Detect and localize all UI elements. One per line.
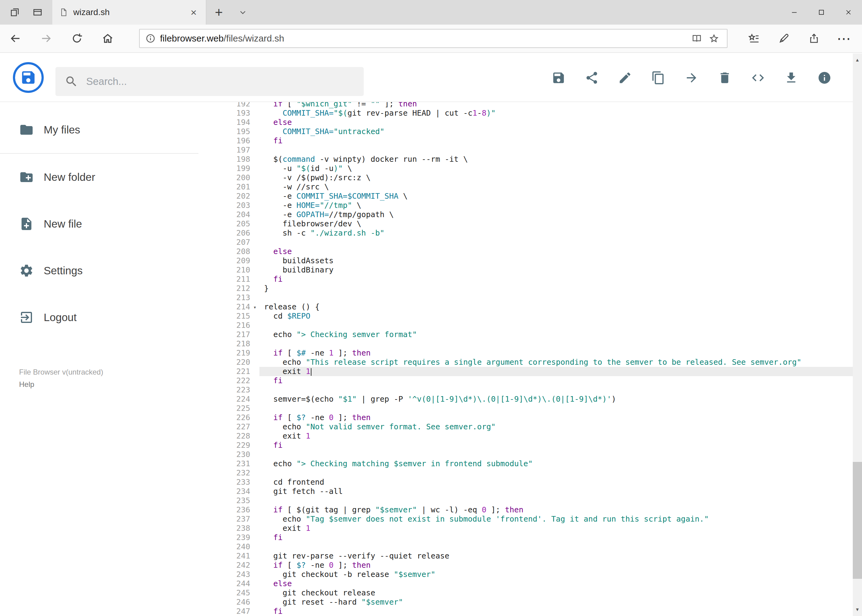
code-line[interactable]: 223 bbox=[221, 385, 853, 394]
minimize-button[interactable] bbox=[781, 0, 808, 25]
sidebar-item-new-folder[interactable]: New folder bbox=[0, 154, 216, 201]
code-line[interactable]: 243 git checkout -b release "$semver" bbox=[221, 570, 853, 579]
code-line[interactable]: 227 echo "Not valid semver format. See s… bbox=[221, 422, 853, 432]
download-button[interactable] bbox=[775, 53, 808, 102]
code-line[interactable]: 198 $(command -v winpty) docker run --rm… bbox=[221, 155, 853, 164]
code-line[interactable]: 201 -w //src \ bbox=[221, 182, 853, 192]
code-line[interactable]: 217 echo "> Checking semver format" bbox=[221, 330, 853, 339]
maximize-button[interactable] bbox=[808, 0, 835, 25]
code-line[interactable]: 236 if [ $(git tag | grep "$semver" | wc… bbox=[221, 505, 853, 514]
code-line[interactable]: 193 COMMIT_SHA="$(git rev-parse HEAD | c… bbox=[221, 108, 853, 118]
code-line[interactable]: 235 bbox=[221, 496, 853, 505]
code-line[interactable]: 232 bbox=[221, 468, 853, 478]
code-line[interactable]: 225 bbox=[221, 404, 853, 413]
set-tabs-aside-icon[interactable] bbox=[9, 7, 20, 18]
forward-button[interactable] bbox=[31, 25, 61, 52]
sidebar-item-settings[interactable]: Settings bbox=[0, 247, 216, 294]
code-line[interactable]: 203 -e HOME="//tmp" \ bbox=[221, 201, 853, 210]
rename-button[interactable] bbox=[608, 53, 641, 102]
fold-marker-icon[interactable]: ▾ bbox=[250, 302, 259, 311]
reading-view-icon[interactable] bbox=[688, 30, 705, 47]
search-box[interactable] bbox=[55, 67, 364, 96]
code-line[interactable]: 210 buildBinary bbox=[221, 266, 853, 275]
browser-tab[interactable]: wizard.sh × bbox=[52, 0, 206, 25]
tab-list-chevron-icon[interactable] bbox=[232, 0, 254, 25]
code-line[interactable]: 208 else bbox=[221, 247, 853, 256]
code-line[interactable]: 195 COMMIT_SHA="untracked" bbox=[221, 127, 853, 136]
code-line[interactable]: 206 sh -c "./wizard.sh -b" bbox=[221, 228, 853, 238]
code-line[interactable]: 207 bbox=[221, 238, 853, 247]
raw-code-button[interactable] bbox=[741, 53, 775, 102]
delete-button[interactable] bbox=[708, 53, 741, 102]
code-line[interactable]: 244 else bbox=[221, 579, 853, 588]
scrollbar-track[interactable]: ▲ ▼ bbox=[853, 53, 862, 616]
code-line[interactable]: 240 bbox=[221, 542, 853, 552]
move-button[interactable] bbox=[675, 53, 708, 102]
code-line[interactable]: 194 else bbox=[221, 118, 853, 127]
add-favorite-star-icon[interactable] bbox=[705, 30, 723, 47]
sidebar-item-new-file[interactable]: New file bbox=[0, 201, 216, 247]
code-line[interactable]: 214▾release () { bbox=[221, 302, 853, 311]
code-line[interactable]: 218 bbox=[221, 339, 853, 349]
code-line[interactable]: 192 if [ "$which_git" != "" ]; then bbox=[221, 102, 853, 108]
code-line[interactable]: 224 semver=$(echo "$1" | grep -P '^v(0|[… bbox=[221, 394, 853, 404]
sidebar-item-logout[interactable]: Logout bbox=[0, 294, 216, 341]
scroll-up-button[interactable]: ▲ bbox=[853, 53, 862, 66]
site-info-icon[interactable] bbox=[145, 33, 156, 44]
share-page-icon[interactable] bbox=[799, 25, 829, 52]
code-line[interactable]: 239 fi bbox=[221, 533, 853, 542]
info-button[interactable] bbox=[808, 53, 841, 102]
code-line[interactable]: 228 exit 1 bbox=[221, 432, 853, 441]
code-line[interactable]: 233 cd frontend bbox=[221, 478, 853, 487]
code-line[interactable]: 245 git checkout release bbox=[221, 588, 853, 597]
code-line[interactable]: 230 bbox=[221, 450, 853, 459]
scrollbar-thumb[interactable] bbox=[853, 462, 862, 579]
code-line[interactable]: 205 filebrowser/dev \ bbox=[221, 219, 853, 228]
code-line[interactable]: 242 if [ $? -ne 0 ]; then bbox=[221, 561, 853, 570]
web-note-pen-icon[interactable] bbox=[769, 25, 799, 52]
code-line[interactable]: 222 fi bbox=[221, 376, 853, 385]
code-line[interactable]: 211 fi bbox=[221, 275, 853, 284]
sidebar-item-my-files[interactable]: My files bbox=[0, 107, 216, 153]
search-input[interactable] bbox=[86, 75, 333, 87]
filebrowser-logo[interactable] bbox=[13, 62, 44, 93]
code-editor[interactable]: 192 if [ "$which_git" != "" ]; then193 C… bbox=[221, 102, 853, 616]
scroll-down-button[interactable]: ▼ bbox=[853, 603, 862, 616]
code-line[interactable]: 200 -v /$(pwd):/src:z \ bbox=[221, 173, 853, 182]
code-line[interactable]: 209 buildAssets bbox=[221, 256, 853, 266]
save-button[interactable] bbox=[542, 53, 575, 102]
code-line[interactable]: 229 fi bbox=[221, 441, 853, 450]
copy-button[interactable] bbox=[641, 53, 675, 102]
code-line[interactable]: 247 fi bbox=[221, 607, 853, 616]
refresh-button[interactable] bbox=[61, 25, 92, 52]
code-line[interactable]: 241 git rev-parse --verify --quiet relea… bbox=[221, 552, 853, 561]
code-line[interactable]: 219 if [ $# -ne 1 ]; then bbox=[221, 349, 853, 358]
new-tab-button[interactable]: + bbox=[206, 0, 232, 25]
code-line[interactable]: 231 echo "> Checking matching $semver in… bbox=[221, 459, 853, 468]
code-line[interactable]: 226 if [ $? -ne 0 ]; then bbox=[221, 413, 853, 422]
back-button[interactable] bbox=[0, 25, 31, 52]
close-window-button[interactable] bbox=[835, 0, 862, 25]
share-button[interactable] bbox=[575, 53, 608, 102]
tab-close-button[interactable]: × bbox=[188, 7, 199, 17]
address-bar-input[interactable]: filebrowser.web/files/wizard.sh bbox=[139, 29, 728, 48]
code-line[interactable]: 212} bbox=[221, 284, 853, 293]
code-line[interactable]: 197 bbox=[221, 146, 853, 155]
code-line[interactable]: 238 exit 1 bbox=[221, 524, 853, 533]
more-options-icon[interactable]: ⋯ bbox=[829, 25, 859, 52]
code-line[interactable]: 237 echo "Tag $semver does not exist in … bbox=[221, 514, 853, 524]
code-line[interactable]: 221 exit 1 bbox=[221, 367, 853, 376]
tab-preview-icon[interactable] bbox=[32, 7, 43, 18]
code-line[interactable]: 204 -e GOPATH=//tmp/gopath \ bbox=[221, 210, 853, 219]
code-line[interactable]: 213 bbox=[221, 293, 853, 302]
code-line[interactable]: 196 fi bbox=[221, 136, 853, 146]
code-line[interactable]: 215 cd $REPO bbox=[221, 311, 853, 321]
code-line[interactable]: 220 echo "This release script requires a… bbox=[221, 358, 853, 367]
favorites-hub-icon[interactable] bbox=[739, 25, 769, 52]
home-button[interactable] bbox=[92, 25, 123, 52]
help-link[interactable]: Help bbox=[19, 380, 103, 389]
code-line[interactable]: 246 git reset --hard "$semver" bbox=[221, 597, 853, 607]
code-line[interactable]: 216 bbox=[221, 321, 853, 330]
code-line[interactable]: 202 -e COMMIT_SHA=$COMMIT_SHA \ bbox=[221, 192, 853, 201]
code-line[interactable]: 199 -u "$(id -u)" \ bbox=[221, 164, 853, 173]
